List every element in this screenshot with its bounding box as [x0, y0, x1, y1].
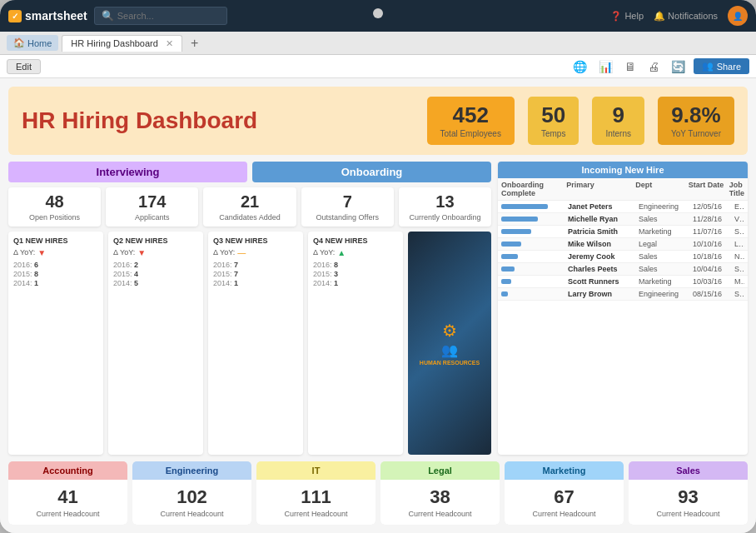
onboard-bar	[501, 204, 548, 209]
dept-col-sales: Sales 93 Current Headcount	[629, 461, 748, 525]
globe-icon[interactable]: 🌐	[569, 58, 590, 75]
hire-name: Larry Brown	[568, 290, 639, 298]
dept-col-legal: Legal 38 Current Headcount	[380, 461, 500, 525]
table-column-headers: Onboarding Complete Primary Dept Start D…	[498, 178, 748, 201]
hire-title: VP of Sales	[734, 215, 744, 223]
search-input[interactable]	[117, 11, 209, 21]
dept-label: Current Headcount	[632, 510, 744, 518]
help-link[interactable]: ❓ Help	[610, 11, 644, 22]
monitor-icon[interactable]: 🖥	[621, 58, 639, 75]
q3-row-2015: 2015: 7	[213, 270, 298, 278]
q4-row-2015: 2015: 3	[313, 270, 398, 278]
dept-header: Sales	[629, 461, 748, 480]
dept-header: Marketing	[505, 461, 624, 480]
dept-body: 41 Current Headcount	[8, 480, 127, 525]
stat-temps: 50 Temps	[528, 97, 579, 145]
hire-dept: Engineering	[639, 290, 693, 298]
hire-date: 12/05/16	[693, 202, 734, 211]
onboard-bar-cell	[501, 254, 568, 259]
tab-close-icon[interactable]: ✕	[166, 38, 173, 48]
open-positions-label: Open Positions	[12, 213, 97, 222]
search-icon: 🔍	[102, 10, 114, 22]
q1-title: Q1 NEW HIRES	[13, 237, 98, 245]
q1-yoy-arrow: ▼	[37, 248, 46, 257]
hire-title: Engineering	[734, 202, 744, 211]
avatar[interactable]: 👤	[728, 6, 748, 26]
col-header-primary: Primary	[566, 181, 635, 197]
hire-title: New Busine	[734, 252, 744, 261]
q2-row-2016: 2016: 2	[113, 261, 198, 269]
metric-candidates: 21 Candidates Added	[203, 187, 296, 227]
dept-label: Current Headcount	[384, 510, 496, 518]
onboard-bar-cell	[501, 229, 568, 234]
q2-row-2014: 2014: 5	[113, 279, 198, 287]
onboard-bar	[501, 242, 521, 247]
tab-active[interactable]: HR Hiring Dashboard ✕	[62, 35, 182, 52]
onboarding-header: Onboarding	[252, 162, 491, 182]
stat-total-employees: 452 Total Employees	[427, 97, 515, 145]
candidates-label: Candidates Added	[206, 213, 292, 222]
dept-col-accounting: Accounting 41 Current Headcount	[8, 461, 127, 525]
department-section: Accounting 41 Current Headcount Engineer…	[8, 461, 748, 525]
hire-name: Charles Peets	[568, 265, 639, 273]
quarter-q4: Q4 NEW HIRES Δ YoY: ▲ 2016: 8 2015: 3 20…	[308, 232, 403, 455]
search-bar[interactable]: 🔍	[94, 7, 227, 25]
tab-add-button[interactable]: +	[186, 36, 203, 51]
col-header-date: Start Date	[689, 181, 729, 197]
onboard-bar-cell	[501, 266, 568, 271]
q1-row-2016: 2016: 6	[13, 261, 98, 269]
dept-count: 38	[384, 486, 496, 508]
hr-resources-image: ⚙ 👥 HUMAN RESOURCES	[408, 232, 491, 455]
candidates-number: 21	[206, 192, 292, 212]
hire-title: Marketing C	[734, 277, 744, 286]
hire-date: 10/10/16	[693, 240, 734, 248]
left-panel: Interviewing Onboarding 48 Open Position…	[8, 162, 491, 455]
onboard-bar-cell	[501, 204, 568, 209]
section-headers: Interviewing Onboarding	[8, 162, 491, 182]
hire-date: 11/07/16	[693, 227, 734, 236]
print-icon[interactable]: 🖨	[644, 58, 663, 75]
dept-header: Engineering	[132, 461, 251, 480]
col-header-title: Job Title	[729, 181, 744, 197]
hire-title: Specialist/M	[734, 290, 744, 298]
dept-label: Current Headcount	[136, 510, 248, 518]
hire-dept: Sales	[639, 215, 693, 223]
table-row: Janet Peters Engineering 12/05/16 Engine…	[498, 201, 748, 213]
main-content: HR Hiring Dashboard 452 Total Employees …	[0, 78, 756, 533]
currently-onboarding-label: Currently Onboarding	[402, 213, 488, 222]
hire-name: Mike Wilson	[568, 240, 639, 248]
hire-name: Janet Peters	[568, 202, 639, 211]
turnover-number: 9.8%	[671, 103, 721, 127]
dept-count: 111	[260, 486, 372, 508]
edit-button[interactable]: Edit	[7, 59, 41, 74]
hire-date: 08/15/16	[693, 290, 734, 298]
logo-box: ✓	[8, 10, 22, 22]
q4-row-2016: 2016: 8	[313, 261, 398, 269]
refresh-icon[interactable]: 🔄	[668, 58, 689, 75]
tab-home[interactable]: 🏠 Home	[7, 35, 58, 51]
q4-row-2014: 2014: 1	[313, 279, 398, 287]
dept-header: Accounting	[8, 461, 127, 480]
table-row: Scott Runners Marketing 10/03/16 Marketi…	[498, 276, 748, 288]
q3-yoy: Δ YoY: —	[213, 248, 298, 257]
toolbar-right: 🌐 📊 🖥 🖨 🔄 👥 Share	[569, 58, 749, 75]
onboard-bar	[501, 291, 508, 296]
middle-section: Interviewing Onboarding 48 Open Position…	[8, 162, 748, 455]
hire-dept: Sales	[639, 252, 693, 261]
notifications-link[interactable]: 🔔 Notifications	[654, 11, 718, 22]
share-button[interactable]: 👥 Share	[694, 58, 749, 74]
chart-icon[interactable]: 📊	[595, 58, 616, 75]
dept-count: 93	[632, 486, 744, 508]
hire-name: Scott Runners	[568, 277, 639, 286]
hire-name: Jeremy Cook	[568, 252, 639, 261]
hr-people-icon: 👥	[441, 342, 458, 358]
q3-yoy-arrow: —	[237, 248, 246, 257]
col-header-onboarding: Onboarding Complete	[501, 181, 566, 197]
turnover-label: YoY Turnover	[671, 129, 721, 138]
hire-dept: Sales	[639, 265, 693, 273]
dept-body: 111 Current Headcount	[256, 480, 376, 525]
dept-body: 93 Current Headcount	[629, 480, 748, 525]
top-bar-right: ❓ Help 🔔 Notifications 👤	[610, 6, 748, 26]
dept-label: Current Headcount	[12, 510, 124, 518]
logo-name: smartsheet	[25, 9, 87, 22]
